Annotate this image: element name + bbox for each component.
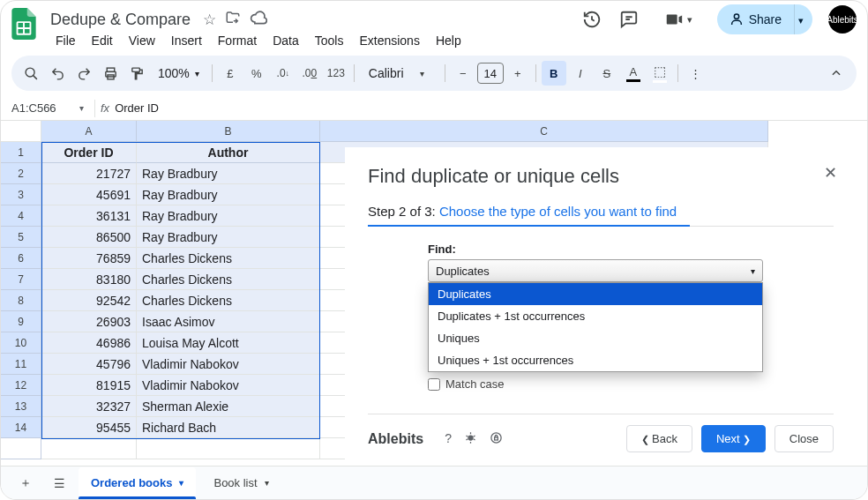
more-toolbar-button[interactable]: ⋮ (684, 61, 708, 86)
menu-file[interactable]: File (49, 30, 83, 51)
formula-bar[interactable]: Order ID (115, 101, 159, 115)
increase-font-size-button[interactable]: + (505, 61, 530, 86)
option-duplicates-first[interactable]: Duplicates + 1st occurrences (429, 305, 762, 327)
menu-format[interactable]: Format (211, 30, 264, 51)
menu-insert[interactable]: Insert (164, 30, 209, 51)
sheets-logo[interactable] (11, 11, 36, 36)
cell[interactable]: Ray Bradbury (137, 227, 320, 248)
move-icon[interactable] (225, 10, 241, 30)
match-case-checkbox[interactable]: Match case (428, 377, 834, 391)
format-percent-button[interactable]: % (244, 61, 269, 86)
cell[interactable]: Sherman Alexie (137, 396, 320, 417)
cell[interactable]: Ray Bradbury (137, 163, 320, 184)
row-header[interactable]: 12 (1, 375, 41, 396)
cell[interactable]: Vladimir Nabokov (137, 375, 320, 396)
row-header[interactable]: 4 (1, 205, 41, 227)
more-formats-button[interactable]: 123 (324, 61, 348, 86)
cell[interactable]: Louisa May Alcott (137, 332, 320, 354)
cell[interactable]: Vladimir Nabokov (137, 354, 320, 375)
strikethrough-button[interactable]: S (595, 61, 619, 86)
cell[interactable]: Isaac Asimov (137, 311, 320, 332)
paint-format-button[interactable] (124, 61, 149, 86)
cell[interactable]: Charles Dickens (137, 269, 320, 290)
cell[interactable]: Author (137, 142, 320, 163)
cell[interactable]: 26903 (41, 311, 137, 332)
option-uniques-first[interactable]: Uniques + 1st occurrences (429, 349, 762, 371)
menu-view[interactable]: View (122, 30, 162, 51)
document-title[interactable]: Dedupe & Compare (45, 9, 196, 31)
option-duplicates[interactable]: Duplicates (429, 283, 762, 305)
undo-button[interactable] (45, 61, 70, 86)
lock-icon[interactable] (490, 431, 503, 447)
cell[interactable]: 81915 (41, 375, 137, 396)
fill-color-button[interactable]: ⬚ (647, 61, 672, 86)
cell[interactable] (137, 438, 320, 459)
increase-decimal-button[interactable]: .00 (297, 61, 322, 86)
next-button[interactable]: Next ❯ (701, 425, 766, 452)
chevron-down-icon[interactable]: ▾ (179, 478, 183, 488)
menu-tools[interactable]: Tools (308, 30, 351, 51)
all-sheets-button[interactable]: ☰ (45, 470, 73, 496)
redo-button[interactable] (71, 61, 96, 86)
column-header-c[interactable]: C (320, 121, 768, 142)
menu-extensions[interactable]: Extensions (352, 30, 426, 51)
cell[interactable]: 32327 (41, 396, 137, 417)
close-icon[interactable]: ✕ (824, 163, 837, 183)
sheet-tab-ordered-books[interactable]: Ordered books▾ (79, 467, 196, 499)
cell[interactable]: 45796 (41, 354, 137, 375)
collapse-toolbar-button[interactable] (823, 60, 849, 86)
column-header-a[interactable]: A (41, 121, 137, 142)
share-button[interactable]: Share (717, 4, 794, 34)
select-all-corner[interactable] (1, 121, 41, 142)
row-header[interactable]: 6 (1, 248, 41, 269)
history-icon[interactable] (581, 9, 602, 30)
cell[interactable]: Order ID (41, 142, 137, 163)
cell[interactable]: 92542 (41, 290, 137, 311)
close-button[interactable]: Close (774, 425, 834, 452)
name-box[interactable]: A1:C566 ▾ (6, 101, 89, 115)
bold-button[interactable]: B (542, 61, 566, 86)
cell[interactable]: 46986 (41, 332, 137, 354)
star-icon[interactable]: ☆ (203, 11, 216, 29)
cell[interactable]: Charles Dickens (137, 248, 320, 269)
cell[interactable]: 86500 (41, 227, 137, 248)
menu-help[interactable]: Help (429, 30, 468, 51)
cell[interactable] (41, 438, 137, 459)
comments-icon[interactable] (618, 9, 640, 30)
cell[interactable]: Charles Dickens (137, 290, 320, 311)
row-header[interactable]: 8 (1, 290, 41, 311)
font-size-input[interactable]: 14 (477, 63, 504, 84)
row-header[interactable]: 14 (1, 417, 41, 438)
row-header[interactable]: 2 (1, 163, 41, 184)
menu-data[interactable]: Data (266, 30, 306, 51)
share-dropdown[interactable]: ▾ (794, 4, 812, 34)
cloud-status-icon[interactable] (250, 9, 267, 31)
cell[interactable]: 95455 (41, 417, 137, 438)
row-header[interactable]: 13 (1, 396, 41, 417)
find-type-select[interactable]: Duplicates ▾ (428, 259, 763, 282)
option-uniques[interactable]: Uniques (429, 327, 762, 349)
print-button[interactable] (98, 61, 123, 86)
chevron-down-icon[interactable]: ▾ (265, 478, 269, 488)
cell[interactable]: 45691 (41, 184, 137, 205)
decrease-decimal-button[interactable]: .0↓ (271, 61, 296, 86)
cell[interactable]: 21727 (41, 163, 137, 184)
decrease-font-size-button[interactable]: − (451, 61, 475, 86)
cell[interactable]: Ray Bradbury (137, 205, 320, 227)
font-select[interactable]: Calibri▾ (360, 66, 439, 80)
back-button[interactable]: ❮ Back (626, 425, 692, 452)
row-header[interactable]: 3 (1, 184, 41, 205)
row-header[interactable]: 5 (1, 227, 41, 248)
cell[interactable]: 83180 (41, 269, 137, 290)
cell[interactable]: Ray Bradbury (137, 184, 320, 205)
bug-icon[interactable] (464, 431, 477, 447)
cell[interactable]: 36131 (41, 205, 137, 227)
help-icon[interactable]: ? (445, 431, 452, 447)
row-header[interactable]: 11 (1, 354, 41, 375)
search-icon[interactable] (19, 61, 43, 86)
menu-edit[interactable]: Edit (85, 30, 120, 51)
row-header[interactable] (1, 438, 41, 459)
account-avatar[interactable]: Ablebits (828, 5, 857, 34)
format-currency-button[interactable]: £ (218, 61, 243, 86)
cell[interactable]: Richard Bach (137, 417, 320, 438)
